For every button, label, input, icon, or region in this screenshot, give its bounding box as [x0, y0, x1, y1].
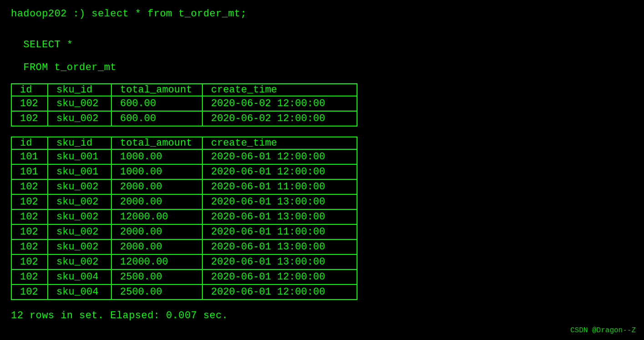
- table-cell: 2500.00: [111, 269, 202, 284]
- table-row: 102sku_002600.002020-06-02 12:00:00: [11, 96, 357, 111]
- table-row: 101sku_0011000.002020-06-01 12:00:00: [11, 149, 357, 164]
- result-table-1: id sku_id total_amount create_time 102sk…: [11, 83, 357, 127]
- sql-line1: SELECT *: [23, 39, 73, 51]
- table2-header-id: id: [11, 137, 48, 149]
- table-cell: sku_002: [48, 224, 111, 239]
- table1-header-id: id: [11, 84, 48, 96]
- table-cell: 2000.00: [111, 239, 202, 254]
- table-row: 102sku_0042500.002020-06-01 12:00:00: [11, 284, 357, 299]
- table-cell: 1000.00: [111, 149, 202, 164]
- table-cell: 1000.00: [111, 164, 202, 179]
- table-cell: 2000.00: [111, 224, 202, 239]
- table-cell: 102: [11, 111, 48, 126]
- table-cell: 2020-06-01 13:00:00: [202, 194, 357, 209]
- table-cell: 2020-06-01 12:00:00: [202, 284, 357, 299]
- table-cell: 2020-06-01 12:00:00: [202, 164, 357, 179]
- table-cell: 102: [11, 96, 48, 111]
- table-cell: sku_002: [48, 254, 111, 269]
- sql-statement: SELECT * FROM t_order_mt: [11, 28, 633, 73]
- footer-line: 12 rows in set. Elapsed: 0.007 sec.: [11, 310, 633, 321]
- table-cell: sku_004: [48, 284, 111, 299]
- table-cell: sku_002: [48, 194, 111, 209]
- table-cell: 102: [11, 194, 48, 209]
- table-row: 102sku_0022000.002020-06-01 13:00:00: [11, 239, 357, 254]
- table-cell: 101: [11, 164, 48, 179]
- table-cell: sku_001: [48, 149, 111, 164]
- table-cell: 2020-06-01 11:00:00: [202, 224, 357, 239]
- table-cell: sku_002: [48, 239, 111, 254]
- table2-header-amount: total_amount: [111, 137, 202, 149]
- table-cell: 102: [11, 239, 48, 254]
- table-row: 102sku_0042500.002020-06-01 12:00:00: [11, 269, 357, 284]
- table-cell: 600.00: [111, 111, 202, 126]
- table-cell: 2020-06-01 12:00:00: [202, 149, 357, 164]
- table-cell: 12000.00: [111, 254, 202, 269]
- table-cell: 2020-06-02 12:00:00: [202, 96, 357, 111]
- table2-header-sku: sku_id: [48, 137, 111, 149]
- table-cell: sku_002: [48, 96, 111, 111]
- table-cell: 2020-06-01 13:00:00: [202, 254, 357, 269]
- table-cell: sku_004: [48, 269, 111, 284]
- table-cell: sku_002: [48, 179, 111, 194]
- command-line: hadoop202 :) select * from t_order_mt;: [11, 8, 633, 20]
- table2-header-time: create_time: [202, 137, 357, 149]
- table-cell: 2500.00: [111, 284, 202, 299]
- table-row: 102sku_002600.002020-06-02 12:00:00: [11, 111, 357, 126]
- table-cell: 2000.00: [111, 179, 202, 194]
- table-cell: 2000.00: [111, 194, 202, 209]
- table-row: 102sku_0022000.002020-06-01 13:00:00: [11, 194, 357, 209]
- table-cell: sku_002: [48, 209, 111, 224]
- table-cell: 102: [11, 284, 48, 299]
- table-cell: sku_001: [48, 164, 111, 179]
- watermark: CSDN @Dragon--Z: [570, 326, 636, 335]
- table-row: 102sku_00212000.002020-06-01 13:00:00: [11, 209, 357, 224]
- table-cell: 2020-06-01 13:00:00: [202, 209, 357, 224]
- table-cell: 12000.00: [111, 209, 202, 224]
- table-cell: sku_002: [48, 111, 111, 126]
- table1-header-amount: total_amount: [111, 84, 202, 96]
- table-cell: 2020-06-02 12:00:00: [202, 111, 357, 126]
- table-cell: 102: [11, 254, 48, 269]
- table-cell: 2020-06-01 13:00:00: [202, 239, 357, 254]
- table-cell: 2020-06-01 12:00:00: [202, 269, 357, 284]
- sql-line2: FROM t_order_mt: [23, 62, 116, 73]
- table-cell: 102: [11, 179, 48, 194]
- table-row: 102sku_00212000.002020-06-01 13:00:00: [11, 254, 357, 269]
- table-cell: 600.00: [111, 96, 202, 111]
- table1-header-sku: sku_id: [48, 84, 111, 96]
- table-cell: 102: [11, 209, 48, 224]
- table-cell: 2020-06-01 11:00:00: [202, 179, 357, 194]
- table-row: 101sku_0011000.002020-06-01 12:00:00: [11, 164, 357, 179]
- table-cell: 102: [11, 269, 48, 284]
- table1-header-time: create_time: [202, 84, 357, 96]
- table-row: 102sku_0022000.002020-06-01 11:00:00: [11, 224, 357, 239]
- table-row: 102sku_0022000.002020-06-01 11:00:00: [11, 179, 357, 194]
- table-cell: 102: [11, 224, 48, 239]
- result-table-2: id sku_id total_amount create_time 101sk…: [11, 137, 357, 300]
- table-cell: 101: [11, 149, 48, 164]
